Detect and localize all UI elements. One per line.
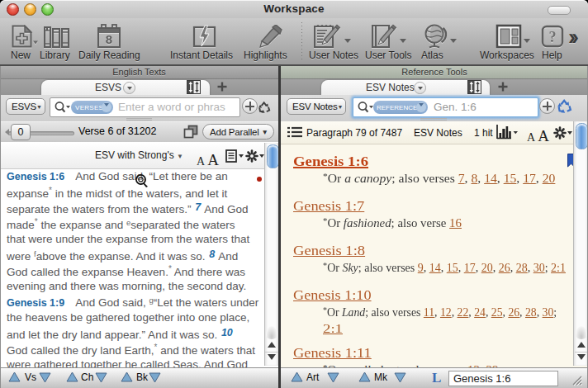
svg-text:?: ?	[549, 29, 557, 45]
svg-text:8: 8	[106, 32, 112, 46]
